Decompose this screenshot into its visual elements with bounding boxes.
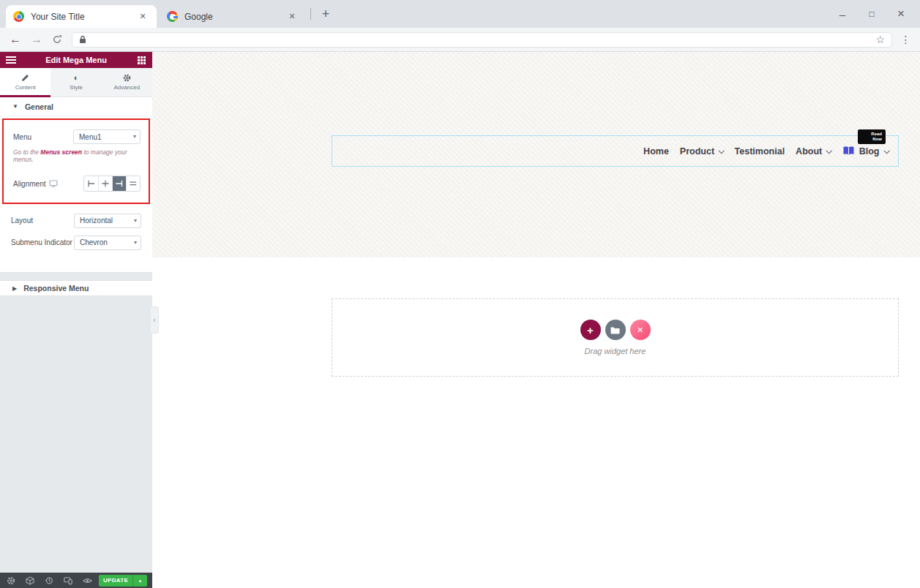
app-area: Edit Mega Menu Content ◐ Style Advanced	[0, 52, 920, 588]
add-section-button[interactable]: +	[580, 320, 601, 340]
tab-title: Your Site Title	[31, 12, 136, 22]
browser-tab-site[interactable]: Your Site Title ×	[6, 5, 157, 28]
history-icon[interactable]	[40, 576, 59, 585]
layout-label: Layout	[11, 216, 33, 225]
style-icon: ◐	[74, 74, 79, 82]
drop-zone-actions: + ✕	[580, 320, 651, 340]
forward-button[interactable]: →	[31, 33, 42, 46]
tab-label: Content	[15, 84, 36, 91]
responsive-mode-icon[interactable]	[59, 576, 78, 585]
tab-close-icon[interactable]: ×	[285, 10, 299, 23]
tab-label: Style	[70, 84, 83, 91]
nav-item-product[interactable]: Product	[680, 146, 724, 157]
chevron-down-icon	[826, 148, 832, 154]
extra-action-button[interactable]: ✕	[630, 320, 651, 340]
panel-title: Edit Mega Menu	[22, 56, 130, 64]
chevron-down-icon	[883, 148, 889, 154]
section-general-header[interactable]: ▼ General	[0, 97, 152, 116]
nav-item-home[interactable]: Home	[643, 146, 669, 157]
editor-panel: Edit Mega Menu Content ◐ Style Advanced	[0, 52, 152, 588]
bookmark-star-icon[interactable]: ☆	[875, 34, 885, 45]
nav-item-blog[interactable]: Read Now Blog	[842, 146, 889, 157]
align-right-button[interactable]	[112, 176, 126, 191]
book-icon	[842, 146, 855, 156]
address-bar[interactable]: ☆	[72, 32, 892, 48]
tab-title: Google	[184, 12, 285, 22]
browser-tab-google[interactable]: Google ×	[160, 5, 306, 28]
panel-header: Edit Mega Menu	[0, 52, 152, 68]
mega-menu-widget[interactable]: Home Product Testimonial About Read Now …	[332, 135, 899, 167]
chevron-down-icon	[719, 148, 725, 154]
address-text[interactable]	[86, 33, 875, 47]
close-button[interactable]: ×	[886, 7, 916, 21]
settings-icon[interactable]	[1, 576, 20, 585]
submenu-indicator-label: Submenu Indicator	[11, 238, 72, 246]
browser-toolbar: ← → ☆ ⋮	[0, 28, 920, 52]
browser-tab-strip: Your Site Title × Google × + – □ ×	[0, 0, 920, 28]
panel-tabs: Content ◐ Style Advanced	[0, 68, 152, 97]
reload-button[interactable]	[52, 34, 62, 45]
alignment-buttons	[83, 176, 141, 192]
lock-icon	[79, 35, 86, 44]
desktop-icon[interactable]	[49, 180, 58, 187]
highlight-outline: Menu Menu1 Go to the Menus screen to man…	[2, 118, 150, 204]
nav-item-about[interactable]: About	[796, 146, 831, 157]
menu-help-text: Go to the Menus screen to manage your me…	[13, 148, 141, 163]
browser-window: Your Site Title × Google × + – □ × ← → ☆	[0, 0, 920, 588]
section-responsive-menu[interactable]: ▶ Responsive Menu	[0, 281, 152, 296]
minimize-button[interactable]: –	[828, 8, 857, 20]
update-button[interactable]: UPDATE	[99, 575, 132, 587]
preview-icon[interactable]	[78, 576, 97, 585]
collapse-arrow-icon: ▼	[12, 103, 18, 110]
tab-content[interactable]: Content	[0, 68, 51, 97]
panel-footer: UPDATE ▲	[0, 573, 152, 588]
pencil-icon	[21, 74, 29, 82]
hamburger-icon[interactable]	[0, 56, 22, 64]
read-now-badge: Read Now	[858, 129, 886, 144]
expand-arrow-icon: ▶	[12, 285, 17, 292]
tab-divider	[310, 8, 311, 20]
nav-item-testimonial[interactable]: Testimonial	[735, 146, 785, 157]
tab-advanced[interactable]: Advanced	[102, 68, 152, 97]
tab-close-icon[interactable]: ×	[136, 10, 149, 23]
tab-label: Advanced	[114, 84, 141, 91]
section-title: General	[25, 102, 53, 111]
maximize-button[interactable]: □	[857, 9, 886, 19]
new-tab-button[interactable]: +	[315, 4, 336, 24]
submenu-indicator-select[interactable]: Chevron	[74, 235, 141, 250]
template-library-button[interactable]	[605, 320, 626, 340]
drop-zone-section[interactable]: + ✕ Drag widget here	[332, 298, 899, 377]
align-center-button[interactable]	[98, 176, 112, 191]
align-left-button[interactable]	[84, 176, 98, 191]
alignment-label: Alignment	[13, 180, 58, 188]
tab-style[interactable]: ◐ Style	[51, 68, 101, 97]
menu-select[interactable]: Menu1	[73, 129, 141, 144]
google-favicon-icon	[167, 11, 178, 22]
navigator-icon[interactable]	[20, 576, 40, 585]
section-title: Responsive Menu	[23, 284, 89, 293]
update-options-button[interactable]: ▲	[132, 575, 147, 587]
folder-icon	[610, 326, 620, 334]
browser-menu-icon[interactable]: ⋮	[900, 34, 913, 45]
gear-icon	[123, 74, 131, 82]
panel-collapse-handle[interactable]: ‹	[151, 306, 159, 333]
site-favicon-icon	[13, 11, 24, 22]
window-controls: – □ ×	[828, 0, 916, 28]
section-general: ▼ General Menu Menu1 Go to the Menus scr…	[0, 97, 152, 272]
section-divider	[0, 272, 152, 281]
editor-canvas: Home Product Testimonial About Read Now …	[152, 52, 920, 588]
widgets-grid-icon[interactable]	[130, 56, 152, 64]
drag-widget-hint: Drag widget here	[585, 347, 646, 355]
back-button[interactable]: ←	[10, 33, 21, 46]
layout-select[interactable]: Horizontal	[74, 214, 141, 228]
align-justify-button[interactable]	[126, 176, 140, 191]
menus-screen-link[interactable]: Menus screen	[40, 148, 82, 156]
menu-label: Menu	[13, 133, 31, 141]
